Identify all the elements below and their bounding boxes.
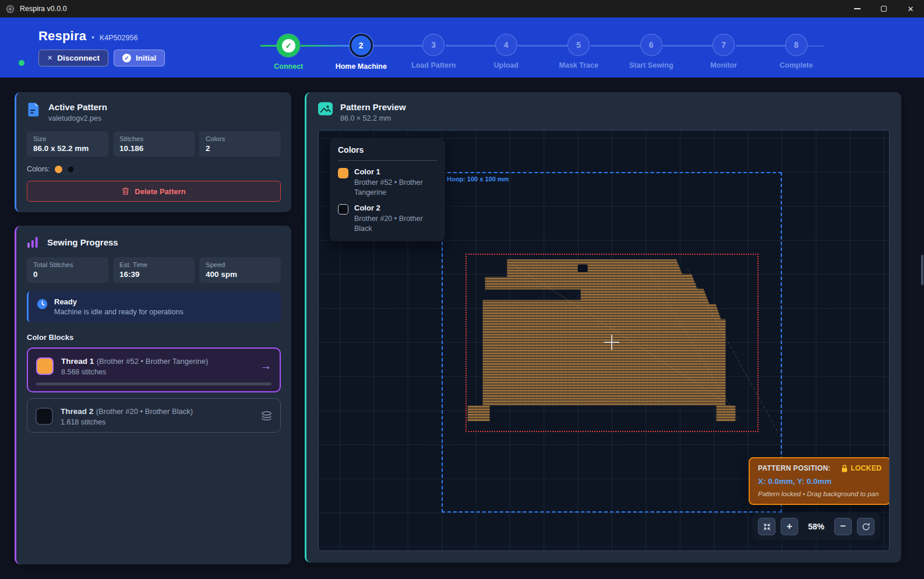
- window-title: Respira v0.0.0: [20, 5, 67, 13]
- trash-icon: [122, 187, 129, 195]
- step-start-sewing[interactable]: 6 Start Sewing: [615, 34, 688, 71]
- pattern-preview-title: Pattern Preview: [340, 102, 406, 112]
- stat-value: 400 spm: [206, 270, 274, 279]
- colors-label: Colors:: [27, 165, 50, 173]
- position-label: PATTERN POSITION:: [758, 464, 831, 472]
- zoom-toolbar: + 58% −: [752, 513, 880, 540]
- delete-pattern-button[interactable]: Delete Pattern: [27, 181, 281, 202]
- active-pattern-card: Active Pattern valetudogv2.pes Size 86.0…: [15, 92, 291, 212]
- thread-1-swatch: [36, 357, 54, 375]
- color-swatch-1: [55, 166, 62, 173]
- stat-total-stitches: Total Stitches 0: [27, 257, 108, 283]
- machine-serial: K4P502956: [100, 34, 137, 42]
- step-complete-circle[interactable]: 8: [785, 34, 807, 56]
- step-number: 5: [576, 40, 581, 50]
- disconnect-button[interactable]: ✕ Disconnect: [38, 50, 108, 66]
- arrow-right-icon[interactable]: →: [260, 359, 271, 373]
- stat-label: Est. Time: [119, 261, 188, 268]
- step-mask-trace-label: Mask Trace: [559, 61, 598, 69]
- stepper-connector: [591, 45, 640, 47]
- thread-1-detail: (Brother #52 • Brother Tangerine): [97, 357, 208, 366]
- sewing-progress-card: Sewing Progress Total Stitches 0 Est. Ti…: [15, 226, 291, 564]
- titlebar: Respira v0.0.0 ✕: [0, 0, 924, 17]
- stat-size: Size 86.0 x 52.2 mm: [27, 131, 108, 157]
- maximize-icon: [881, 6, 887, 12]
- zoom-out-button[interactable]: −: [834, 518, 852, 535]
- position-hint: Pattern locked • Drag background to pan: [758, 490, 881, 497]
- reset-view-button[interactable]: [857, 518, 874, 535]
- step-connect-circle[interactable]: ✓: [277, 34, 300, 57]
- step-load-pattern-circle[interactable]: 3: [422, 34, 445, 56]
- maximize-button[interactable]: [870, 0, 897, 17]
- step-complete-label: Complete: [780, 61, 813, 69]
- initial-button[interactable]: ✓ Initial: [114, 50, 165, 66]
- stat-est-time: Est. Time 16:39: [113, 257, 195, 283]
- minimize-icon: [854, 8, 860, 9]
- stepper-connector: [736, 45, 785, 47]
- minimize-button[interactable]: [844, 0, 870, 17]
- file-icon: [27, 102, 41, 117]
- disconnect-label: Disconnect: [57, 54, 100, 62]
- step-load-pattern[interactable]: 3 Load Pattern: [397, 34, 470, 71]
- step-upload[interactable]: 4 Upload: [470, 34, 543, 71]
- step-mask-trace-circle[interactable]: 5: [567, 34, 590, 56]
- thread-2-card[interactable]: Thread 2 (Brother #20 • Brother Black) 1…: [27, 398, 281, 433]
- step-start-sewing-label: Start Sewing: [629, 61, 673, 69]
- stepper-connector: [373, 45, 422, 47]
- close-button[interactable]: ✕: [897, 0, 924, 17]
- stat-value: 0: [33, 270, 102, 279]
- step-number: 8: [794, 40, 799, 50]
- step-upload-circle[interactable]: 4: [495, 34, 517, 56]
- colors-legend-panel: Colors Color 1 Brother #52 • Brother Tan…: [330, 138, 445, 241]
- step-connect[interactable]: ✓ Connect: [252, 34, 325, 71]
- pattern-preview-canvas[interactable]: Hoop: 100 x 100 mm: [318, 130, 890, 551]
- step-monitor[interactable]: 7 Monitor: [687, 34, 760, 71]
- legend-color-2: Color 2 Brother #20 • Brother Black: [338, 203, 437, 234]
- brand-bullet: •: [91, 33, 94, 42]
- delete-pattern-label: Delete Pattern: [135, 187, 185, 196]
- pattern-filename: valetudogv2.pes: [48, 114, 107, 122]
- legend-name: Color 1: [354, 167, 437, 176]
- step-complete[interactable]: 8 Complete: [760, 34, 833, 71]
- step-start-sewing-circle[interactable]: 6: [640, 34, 662, 56]
- scrollbar[interactable]: [921, 255, 923, 285]
- zoom-level: 58%: [803, 522, 829, 531]
- step-home-machine-circle[interactable]: 2: [350, 34, 373, 57]
- fit-to-view-button[interactable]: [758, 518, 775, 535]
- step-mask-trace[interactable]: 5 Mask Trace: [542, 34, 615, 71]
- divider: [338, 160, 437, 161]
- stat-label: Stitches: [119, 135, 188, 142]
- thread-2-swatch: [36, 408, 53, 425]
- thread-2-stitches: 1.618 stitches: [61, 418, 193, 426]
- connection-status-dot: [19, 60, 24, 66]
- pattern-dimensions: 86.0 × 52.2 mm: [340, 114, 406, 122]
- legend-color-1: Color 1 Brother #52 • Brother Tangerine: [338, 167, 437, 198]
- stat-label: Size: [33, 135, 102, 142]
- legend-desc: Brother #52 • Brother Tangerine: [354, 178, 437, 198]
- position-coordinates: X: 0.0mm, Y: 0.0mm: [758, 477, 881, 486]
- app-icon: [6, 5, 15, 13]
- stat-speed: Speed 400 spm: [199, 257, 281, 283]
- step-number: 6: [649, 40, 654, 50]
- thread-1-card[interactable]: Thread 1 (Brother #52 • Brother Tangerin…: [27, 348, 281, 392]
- stat-value: 2: [206, 144, 274, 153]
- refresh-icon: [862, 522, 870, 531]
- stat-colors: Colors 2: [199, 131, 281, 157]
- stat-value: 16:39: [119, 270, 188, 279]
- thread-1-name: Thread 1: [61, 357, 94, 366]
- step-upload-label: Upload: [494, 61, 519, 69]
- stepper-connector: [446, 45, 495, 47]
- color-swatch-2: [67, 166, 75, 173]
- color-blocks-label: Color Blocks: [27, 333, 281, 342]
- close-icon: ✕: [908, 5, 914, 13]
- stat-value: 10.186: [119, 144, 188, 153]
- sewing-progress-title: Sewing Progress: [47, 237, 118, 247]
- step-number: 2: [359, 41, 364, 50]
- step-monitor-circle[interactable]: 7: [713, 34, 735, 56]
- step-home-machine[interactable]: 2 Home Machine: [325, 34, 398, 71]
- lock-icon: [841, 465, 848, 472]
- stepper-leading-line: [260, 45, 277, 47]
- stepper-trailing-line: [807, 45, 824, 47]
- initial-check-icon: ✓: [122, 54, 131, 62]
- zoom-in-button[interactable]: +: [781, 518, 798, 535]
